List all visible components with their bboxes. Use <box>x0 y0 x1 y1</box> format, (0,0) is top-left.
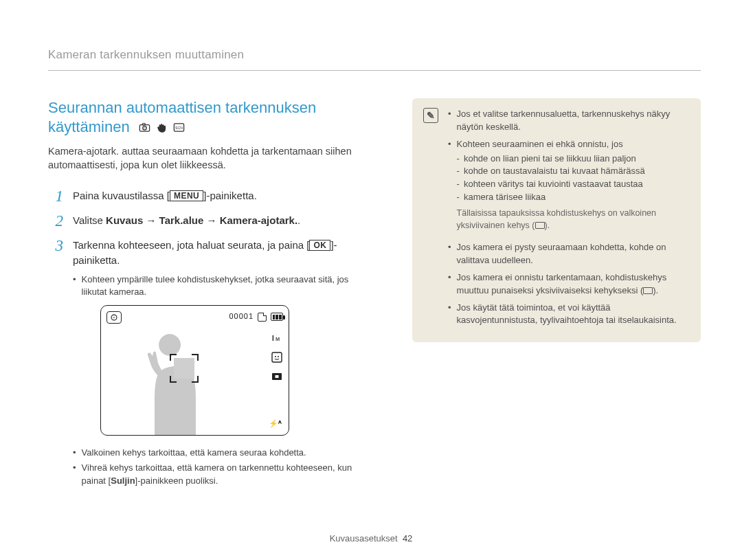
step-body: Tarkenna kohteeseen, jota haluat seurata… <box>73 238 371 493</box>
step-1: 1 Paina kuvaustilassa [MENU]-painiketta. <box>48 188 371 205</box>
step-body: Valitse Kuvaus → Tark.alue → Kamera-ajot… <box>73 213 371 228</box>
svg-rect-14 <box>276 375 279 378</box>
info-bullet-lead: Kohteen seuraaminen ei ehkä onnistu, jos <box>457 139 623 149</box>
step3-text-a: Tarkenna kohteeseen, jota haluat seurata… <box>73 239 309 251</box>
sub-bullet-text: Kohteen ympärille tulee kohdistuskehykse… <box>82 273 371 298</box>
hand-mode-icon <box>155 120 168 139</box>
camera-display-figure: P 00001 Iм <box>100 305 289 436</box>
page-number: 42 <box>403 533 412 544</box>
white-frame-icon <box>535 222 545 229</box>
step1-text-b: ]-painiketta. <box>203 190 257 201</box>
step-3: 3 Tarkenna kohteeseen, jota haluat seura… <box>48 238 371 493</box>
person-silhouette <box>122 332 225 435</box>
flash-auto-icon: ⚡ᴬ <box>269 418 282 429</box>
info-bullet: Jos kamera ei onnistu tarkentamaan, kohd… <box>448 271 690 298</box>
camera-mode-icon: P <box>138 120 151 139</box>
camera-side-icons: Iм <box>271 332 283 383</box>
info-bullet: Jos et valitse tarkennusaluetta, tarkenn… <box>448 108 690 134</box>
step2-bold: Kuvaus → Tark.alue → Kamera-ajotark. <box>106 214 297 226</box>
ok-key-label: OK <box>309 240 330 251</box>
step2-text-b: . <box>297 214 300 226</box>
step-body: Paina kuvaustilassa [MENU]-painiketta. <box>73 188 371 203</box>
resolution-icon: Iм <box>271 332 283 344</box>
page-footer: Kuvausasetukset 42 <box>0 533 742 544</box>
page-header: Kameran tarkennuksen muuttaminen <box>48 48 701 71</box>
step2-text-a: Valitse <box>73 214 106 226</box>
step-number: 2 <box>48 213 63 229</box>
info-sub-item: kohde on liian pieni tai se liikkuu liia… <box>457 153 690 166</box>
svg-text:P: P <box>144 126 145 129</box>
info-sub-item: kamera tärisee liikaa <box>457 191 690 204</box>
face-detect-icon <box>271 351 283 363</box>
info-sub-item: kohteen väritys tai kuviointi vastaavat … <box>457 178 690 191</box>
camera-status-bar: 00001 <box>229 311 283 322</box>
bullet-text: Valkoinen kehys tarkoittaa, että kamera … <box>82 447 306 459</box>
mode-icons-group: P SCN <box>138 120 186 139</box>
svg-text:P: P <box>113 316 115 320</box>
shot-counter: 00001 <box>229 311 254 322</box>
svg-rect-2 <box>142 123 145 124</box>
menu-key-label: MENU <box>170 190 203 201</box>
section-intro: Kamera-ajotark. auttaa seuraamaan kohdet… <box>48 145 371 172</box>
left-column: Seurannan automaattisen tarkennuksen käy… <box>48 98 371 502</box>
svg-rect-10 <box>272 352 282 362</box>
note-icon: ✎ <box>423 108 440 331</box>
info-sub-item: kohde on taustavalaistu tai kuvaat hämär… <box>457 165 690 178</box>
svg-text:м: м <box>276 335 280 342</box>
info-note-line: Tällaisissa tapauksissa kohdistuskehys o… <box>457 207 690 232</box>
sd-card-icon <box>258 313 267 322</box>
camera-mode-indicator-icon: P <box>106 311 122 324</box>
step-number: 1 <box>48 188 63 205</box>
step-number: 3 <box>48 238 63 254</box>
tracking-focus-frame <box>170 354 199 383</box>
step1-text-a: Paina kuvaustilassa [ <box>73 190 170 201</box>
info-bullet: Kohteen seuraaminen ei ehkä onnistu, jos… <box>448 138 690 237</box>
scene-mode-icon: SCN <box>172 120 186 139</box>
bullet-text: Vihreä kehys tarkoittaa, että kamera on … <box>82 462 371 486</box>
after-display-bullet: Vihreä kehys tarkoittaa, että kamera on … <box>73 462 371 486</box>
section-title: Seurannan automaattisen tarkennuksen käy… <box>48 98 371 138</box>
sub-bullet: Kohteen ympärille tulee kohdistuskehykse… <box>73 273 371 298</box>
right-column: ✎ Jos et valitse tarkennusaluetta, tarke… <box>412 98 701 502</box>
svg-point-12 <box>278 356 279 357</box>
metering-icon <box>271 370 283 383</box>
svg-text:I: I <box>272 335 274 342</box>
red-frame-icon <box>643 287 653 294</box>
svg-point-11 <box>275 356 276 357</box>
svg-text:SCN: SCN <box>175 125 183 129</box>
after-display-bullet: Valkoinen kehys tarkoittaa, että kamera … <box>73 447 371 459</box>
info-bullet: Jos kamera ei pysty seuraamaan kohdetta,… <box>448 241 690 267</box>
info-note-box: ✎ Jos et valitse tarkennusaluetta, tarke… <box>412 98 701 342</box>
step-2: 2 Valitse Kuvaus → Tark.alue → Kamera-aj… <box>48 213 371 229</box>
info-bullet: Jos käytät tätä toimintoa, et voi käyttä… <box>448 302 690 328</box>
battery-icon <box>271 313 283 321</box>
footer-section: Kuvausasetukset <box>330 533 398 544</box>
